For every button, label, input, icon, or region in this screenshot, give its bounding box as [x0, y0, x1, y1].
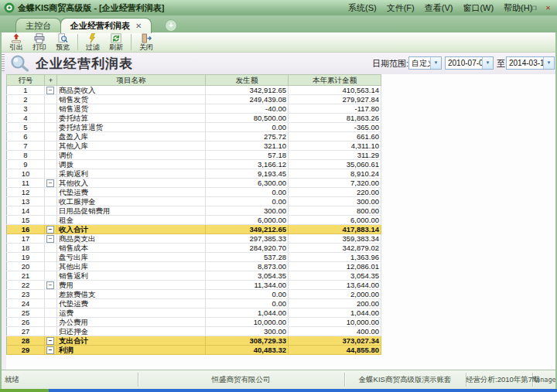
item-name-cell: 其他收入: [57, 179, 206, 188]
dropdown-arrow-icon[interactable]: ▼: [430, 57, 441, 69]
date-from-select[interactable]: 2010-07-01 ▼: [445, 56, 494, 70]
tab-label: 主控台: [26, 21, 51, 30]
occurred-amount-cell: 57.18: [206, 151, 289, 160]
expand-cell: [45, 160, 57, 169]
table-row[interactable]: 4委托结算80,500.0081,863.26: [7, 114, 381, 123]
close-button[interactable]: ✕: [543, 3, 553, 12]
close-view-button[interactable]: 关闭: [135, 32, 158, 52]
collapse-icon[interactable]: −: [46, 281, 54, 289]
tab-profit-report[interactable]: 企业经营利润表✕: [60, 18, 152, 33]
table-row[interactable]: 16−收入合计349,212.65417,883.14: [7, 225, 381, 234]
column-header-occurred-amount[interactable]: 发生额: [206, 75, 289, 86]
collapse-icon[interactable]: −: [46, 235, 54, 243]
table-row[interactable]: 27归还押金300.00400.00: [7, 327, 381, 336]
table-row[interactable]: 22−费用11,344.0013,644.00: [7, 281, 381, 290]
table-row[interactable]: 19盘亏出库537.281,363.96: [7, 253, 381, 262]
item-name-cell: 利润: [57, 346, 206, 355]
toolbar-button-label: 引出: [9, 43, 23, 51]
table-row[interactable]: 24代垫运费0.00200.00: [7, 299, 381, 308]
item-name-cell: 其他入库: [57, 141, 206, 151]
tab-label: 企业经营利润表: [70, 21, 130, 30]
collapse-icon[interactable]: −: [46, 337, 54, 345]
table-row[interactable]: 1−商品类收入342,912.65410,563.14: [7, 86, 381, 95]
column-header-item-name[interactable]: 项目名称: [57, 75, 206, 86]
status-company: 恒盛商贸有限公司: [138, 370, 344, 389]
item-name-cell: 商品类收入: [57, 86, 206, 95]
date-to-select[interactable]: 2014-03-18 ▼: [506, 56, 555, 70]
item-name-cell: 租金: [57, 216, 206, 225]
table-row[interactable]: 20其他出库8,873.0012,086.01: [7, 262, 381, 271]
table-row[interactable]: 18销售成本284,920.70342,879.02: [7, 244, 381, 253]
table-row[interactable]: 25运费1,044.001,044.00: [7, 308, 381, 318]
table-row[interactable]: 17−商品类支出297,385.33359,383.34: [7, 234, 381, 244]
filter-button[interactable]: 过滤: [81, 32, 104, 52]
menu-window[interactable]: 窗口(W): [463, 0, 494, 15]
restore-button[interactable]: ❐: [529, 3, 539, 12]
panel-splitter-handle[interactable]: [2, 54, 5, 71]
app-window: 金蝶KIS商贸高级版 - [企业经营利润表] 系统(S) 文件(F) 查看(V)…: [0, 0, 557, 392]
expand-cell[interactable]: −: [45, 234, 57, 244]
table-row[interactable]: 29−利润40,483.3244,855.80: [7, 346, 381, 355]
column-header-expand[interactable]: +: [45, 75, 57, 86]
expand-cell: [45, 114, 57, 123]
table-row[interactable]: 8调价57.18311.29: [7, 151, 381, 160]
table-row[interactable]: 15租金6,000.006,000.00: [7, 216, 381, 225]
menu-system[interactable]: 系统(S): [348, 0, 377, 15]
ytd-amount-cell: 311.29: [289, 151, 381, 160]
export-button[interactable]: 引出: [5, 32, 28, 52]
date-mode-select[interactable]: 自定义 ▼: [408, 56, 442, 70]
collapse-icon[interactable]: −: [46, 87, 54, 94]
table-row[interactable]: 21销售返利3,054.353,054.35: [7, 271, 381, 281]
table-row[interactable]: 12代垫运费0.00220.00: [7, 188, 381, 197]
expand-cell[interactable]: −: [45, 346, 57, 355]
expand-cell[interactable]: −: [45, 336, 57, 346]
table-row[interactable]: 6盘盈入库275.72661.60: [7, 132, 381, 141]
expand-cell[interactable]: −: [45, 86, 57, 95]
table-row[interactable]: 23差旅费借支0.002,000.00: [7, 290, 381, 299]
table-row[interactable]: 26办公费用10,000.0010,000.00: [7, 318, 381, 327]
table-row[interactable]: 2销售发货249,439.08279,927.84: [7, 95, 381, 104]
table-row[interactable]: 13收工服押金0.00300.00: [7, 197, 381, 206]
dropdown-arrow-icon[interactable]: ▼: [482, 57, 493, 69]
column-header-ytd-amount[interactable]: 本年累计金额: [289, 75, 381, 86]
ytd-amount-cell: 220.00: [289, 188, 381, 197]
taskbar-strip-blue: [49, 389, 557, 392]
column-header-row-number[interactable]: 行号: [7, 75, 45, 86]
collapse-icon[interactable]: −: [46, 226, 54, 233]
occurred-amount-cell: 10,000.00: [206, 318, 289, 327]
table-row[interactable]: 5委托结算退货0.00-365.00: [7, 123, 381, 132]
status-user: Manager: [532, 370, 557, 389]
expand-cell[interactable]: −: [45, 281, 57, 290]
status-analysis: 经营分析:2010年第7期: [466, 370, 531, 389]
expand-cell[interactable]: −: [45, 225, 57, 234]
table-row[interactable]: 28−支出合计308,729.33373,027.34: [7, 336, 381, 346]
minimize-button[interactable]: –: [515, 3, 525, 12]
collapse-icon[interactable]: −: [46, 346, 54, 354]
refresh-button[interactable]: 刷新: [104, 32, 128, 52]
ytd-amount-cell: 800.00: [289, 206, 381, 216]
new-tab-button[interactable]: +: [165, 19, 177, 32]
collapse-icon[interactable]: −: [46, 179, 54, 187]
table-row[interactable]: 10采购返利9,193.458,910.24: [7, 169, 381, 179]
table-row[interactable]: 7其他入库321.104,311.10: [7, 141, 381, 151]
item-name-cell: 委托结算: [57, 114, 206, 123]
tab-close-icon[interactable]: ✕: [135, 22, 142, 30]
occurred-amount-cell: 300.00: [206, 327, 289, 336]
occurred-amount-cell: 6,300.00: [206, 179, 289, 188]
menu-view[interactable]: 查看(V): [425, 0, 453, 15]
tab-main-console[interactable]: 主控台: [15, 18, 61, 33]
preview-button[interactable]: 预览: [51, 32, 74, 52]
ytd-amount-cell: 410,563.14: [289, 86, 381, 95]
menu-file[interactable]: 文件(F): [387, 0, 415, 15]
table-row[interactable]: 11−其他收入6,300.007,320.00: [7, 179, 381, 188]
expand-cell[interactable]: −: [45, 179, 57, 188]
occurred-amount-cell: 275.72: [206, 132, 289, 141]
window-frame-left: [0, 32, 2, 389]
table-row[interactable]: 9调拨3,166.1235,060.61: [7, 160, 381, 169]
table-row[interactable]: 14日用品促销费用300.00800.00: [7, 206, 381, 216]
item-name-cell: 归还押金: [57, 327, 206, 336]
dropdown-arrow-icon[interactable]: ▼: [543, 57, 554, 69]
table-row[interactable]: 3销售退货-40.00-117.80: [7, 104, 381, 114]
print-button[interactable]: 打印: [28, 32, 51, 52]
item-name-cell: 调拨: [57, 160, 206, 169]
